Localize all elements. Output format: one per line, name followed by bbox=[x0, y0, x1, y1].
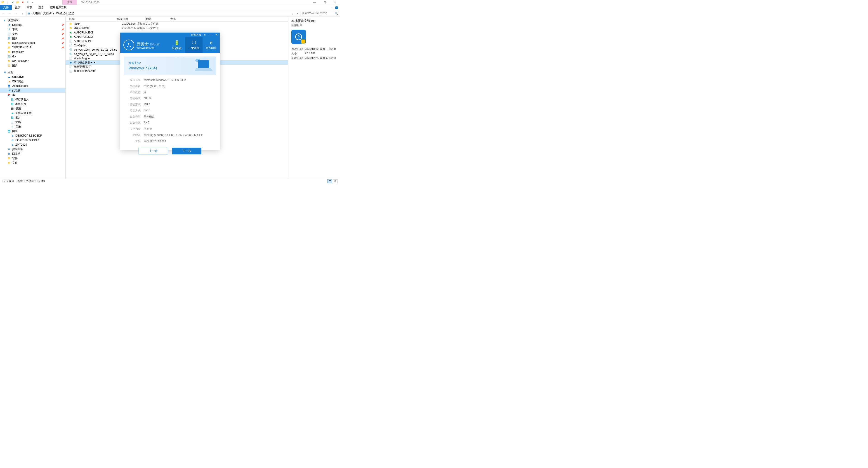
nav-item[interactable]: 📄文档 bbox=[0, 120, 65, 124]
home-tab[interactable]: 主页 bbox=[12, 5, 24, 10]
qat-undo-icon[interactable]: ↶ bbox=[26, 1, 29, 4]
file-tab[interactable]: 文件 bbox=[0, 5, 12, 10]
refresh-icon[interactable]: ⟳ bbox=[296, 12, 298, 15]
nav-item[interactable]: 🖥此电脑 bbox=[0, 88, 65, 93]
nav-item[interactable]: ☁WPS网盘 bbox=[0, 79, 65, 84]
up-button[interactable]: ↑ bbox=[20, 11, 25, 16]
nav-item[interactable]: 🖼图片📌 bbox=[0, 36, 65, 41]
maximize-button[interactable]: ☐ bbox=[320, 0, 330, 5]
search-input[interactable]: 搜索"Win7x64_2020" 🔍 bbox=[301, 11, 339, 16]
nav-item-label: ZMT2019 bbox=[16, 143, 27, 146]
info-label: 启动方式 bbox=[127, 109, 141, 113]
nav-item[interactable]: 🖥ZMT2019 bbox=[0, 143, 65, 147]
nav-item-icon: 📁 bbox=[7, 46, 11, 49]
crumb-this-pc[interactable]: 此电脑 bbox=[33, 11, 41, 15]
nav-item[interactable]: 🖼图片 bbox=[0, 115, 65, 120]
prev-button[interactable]: 上一步 bbox=[138, 148, 168, 154]
nav-item-label: 库 bbox=[12, 93, 15, 97]
file-icon: ▣ bbox=[69, 31, 72, 34]
next-button[interactable]: 下一步 bbox=[172, 148, 202, 154]
tab-boot-usb[interactable]: 🔋 启动U盘 bbox=[168, 37, 185, 53]
file-icon: 📄 bbox=[69, 69, 72, 73]
crumb-drive[interactable]: 文档 (E:) bbox=[43, 11, 54, 15]
nav-item[interactable]: 🗑回收站 bbox=[0, 152, 65, 156]
nav-item[interactable]: 🖼保存的图片 bbox=[0, 97, 65, 102]
star-icon: ★ bbox=[3, 19, 6, 22]
file-row[interactable]: 📁Tools2020/12/25, 星期五 1...文件夹 bbox=[66, 22, 288, 26]
qat-folder-icon[interactable]: 📁 bbox=[16, 1, 20, 4]
column-date[interactable]: 修改日期 bbox=[117, 17, 145, 21]
nav-item[interactable]: 🖥Desktop📌 bbox=[0, 23, 65, 27]
nav-item[interactable]: ⚙控制面板 bbox=[0, 147, 65, 152]
search-icon[interactable]: 🔍 bbox=[335, 12, 338, 15]
nav-item[interactable]: 🌐网络 bbox=[0, 129, 65, 133]
nav-item[interactable]: 🎬视频 bbox=[0, 106, 65, 111]
nav-item[interactable]: 📚库 bbox=[0, 93, 65, 97]
info-label: 分区形式 bbox=[127, 103, 141, 106]
qat-delete-icon[interactable]: ✖ bbox=[21, 1, 24, 4]
forward-button[interactable]: → bbox=[7, 11, 12, 16]
nav-item[interactable]: 👤Administrator bbox=[0, 84, 65, 88]
column-size[interactable]: 大小 bbox=[170, 17, 188, 21]
nav-item-label: 图片 bbox=[12, 37, 18, 40]
qat-check-icon[interactable]: ✔ bbox=[11, 1, 14, 4]
tab-label: 一键装机 bbox=[188, 46, 199, 50]
nav-item[interactable]: ♪音乐 bbox=[0, 124, 65, 129]
manage-contextual-tab[interactable]: 管理 bbox=[62, 0, 77, 5]
view-tab[interactable]: 查看 bbox=[35, 5, 47, 10]
nav-item[interactable]: 📁excel表格制作求和📌 bbox=[0, 41, 65, 45]
pc-icon: 🖥 bbox=[27, 12, 30, 15]
nav-item[interactable]: 🖥PC-20190530OBLA bbox=[0, 138, 65, 143]
tab-one-click-install[interactable]: 🖵 一键装机 bbox=[185, 37, 203, 53]
tab-official-site[interactable]: e 官方网址 bbox=[203, 37, 220, 53]
nav-item[interactable]: 🖥DESKTOP-LSSOEDP bbox=[0, 133, 65, 138]
qat-dropdown-icon[interactable]: ▾ bbox=[31, 1, 34, 4]
column-type[interactable]: 类型 bbox=[145, 17, 170, 21]
nav-item[interactable]: 📄文档📌 bbox=[0, 32, 65, 36]
minimize-button[interactable]: — bbox=[309, 0, 320, 5]
nav-item[interactable]: ☁天翼云盘下载 bbox=[0, 111, 65, 115]
app-tools-tab[interactable]: 应用程序工具 bbox=[47, 5, 70, 10]
nav-item[interactable]: ⬇下载📌 bbox=[0, 27, 65, 32]
file-date: 2020/12/25, 星期五 1... bbox=[122, 22, 150, 26]
nav-item-icon: ☁ bbox=[7, 80, 11, 83]
nav-item[interactable]: 🖼本机照片 bbox=[0, 102, 65, 106]
breadcrumb[interactable]: 🖥 › 此电脑 › 文档 (E:) › Win7x64_2020 ⌄ ⟳ bbox=[26, 11, 299, 16]
breadcrumb-dropdown-icon[interactable]: ⌄ bbox=[291, 12, 293, 15]
system-info-row: 分区形式MBR bbox=[124, 103, 216, 106]
details-property-row: 大小:27.6 MB bbox=[291, 52, 337, 56]
pin-icon: 📌 bbox=[61, 28, 64, 31]
info-value: Microsoft Windows 10 企业版 64 位 bbox=[144, 78, 186, 82]
quick-access-root[interactable]: ★ 快速访问 bbox=[0, 18, 65, 23]
back-button[interactable]: ← bbox=[1, 11, 6, 16]
nav-item[interactable]: 💽G:\ bbox=[0, 54, 65, 59]
nav-item[interactable]: ☁OneDrive bbox=[0, 74, 65, 79]
thumbnails-view-button[interactable]: ⊞ bbox=[333, 179, 338, 183]
dialog-close-button[interactable]: ✕ bbox=[214, 33, 219, 37]
share-tab[interactable]: 共享 bbox=[24, 5, 35, 10]
yunqishi-installer-dialog: 联系客服 ≡ — ✕ 云骑士 装机大师 www.yunqishi.net 🔋 启… bbox=[120, 33, 220, 150]
desktop-root[interactable]: 🖥 桌面 bbox=[0, 70, 65, 74]
close-button[interactable]: ✕ bbox=[330, 0, 340, 5]
nav-item[interactable]: 📁win7重装win7 bbox=[0, 59, 65, 63]
dialog-minimize-button[interactable]: — bbox=[209, 33, 213, 37]
help-icon[interactable]: ? bbox=[335, 6, 338, 9]
file-icon: 📁 bbox=[69, 22, 72, 26]
nav-item-label: 网络 bbox=[12, 129, 18, 133]
nav-item[interactable]: 📁YUNQISHI2019📌 bbox=[0, 45, 65, 50]
nav-item[interactable]: 📁文件 bbox=[0, 160, 65, 165]
column-name[interactable]: 名称 bbox=[66, 17, 117, 21]
file-row[interactable]: 📁U盘安装教程2020/12/25, 星期五 1...文件夹 bbox=[66, 26, 288, 30]
crumb-folder[interactable]: Win7x64_2020 bbox=[56, 12, 74, 15]
crumb-sep-icon: › bbox=[55, 12, 55, 15]
nav-item-label: WPS网盘 bbox=[12, 80, 24, 84]
details-property-row: 修改日期:2020/10/12, 星期一 15:30 bbox=[291, 47, 337, 51]
nav-item[interactable]: 🖼图片 bbox=[0, 63, 65, 68]
dialog-menu-icon[interactable]: ≡ bbox=[203, 33, 207, 37]
ribbon-expand-icon[interactable]: ⌄ bbox=[331, 6, 333, 9]
contact-support-link[interactable]: 联系客服 bbox=[191, 33, 201, 37]
recent-dropdown-icon[interactable]: ▾ bbox=[13, 11, 19, 16]
nav-item[interactable]: 📁软件 bbox=[0, 156, 65, 160]
details-view-button[interactable]: ☰ bbox=[327, 179, 332, 183]
nav-item[interactable]: 📁Bandicam bbox=[0, 50, 65, 54]
